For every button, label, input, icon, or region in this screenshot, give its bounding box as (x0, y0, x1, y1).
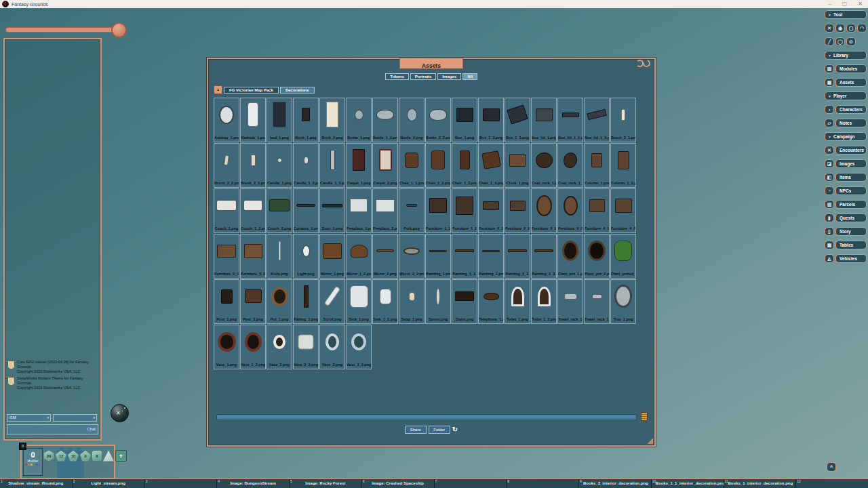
asset-tile[interactable]: Bottle_2.png (399, 98, 425, 142)
story-icon[interactable]: ▯ (825, 227, 834, 236)
pointer-circle-icon[interactable]: ◯ (835, 37, 845, 46)
asset-tile[interactable]: Painting_1_2. (452, 234, 477, 279)
asset-tile[interactable]: Toilet_1.png (505, 279, 530, 324)
pointer-orb-icon[interactable]: ✕ (111, 404, 129, 422)
taskbar-slot[interactable]: 6Image: Crashed Spaceship (361, 479, 434, 488)
sidebar-item-quests[interactable]: Quests (835, 214, 867, 222)
d100-die[interactable]: 0 (80, 451, 91, 462)
asset-tile[interactable]: Chair_1_4.png (478, 143, 504, 188)
sidebar-item-vehicles[interactable]: Vehicles (835, 254, 867, 263)
chat-input[interactable]: Chat (7, 424, 98, 434)
asset-tile[interactable]: Sink_1.png (346, 279, 372, 324)
asset-tile[interactable]: Painting_1.pn (425, 234, 451, 279)
sidebar-item-story[interactable]: Story (835, 227, 867, 236)
notes-icon[interactable]: ▱ (825, 119, 834, 127)
taskbar-slot[interactable]: 12 (795, 479, 868, 488)
asset-tile[interactable]: Furniture_5_2. (240, 234, 266, 279)
asset-tile[interactable]: Vase_1.png (214, 325, 239, 369)
die-color-dot[interactable] (36, 464, 38, 466)
asset-tile[interactable]: Column_1_2.p (610, 143, 636, 188)
pointer-line-icon[interactable]: ╱ (825, 37, 834, 46)
tables-icon[interactable]: ▦ (825, 241, 834, 249)
asset-tile[interactable]: Bathtub_1.pn (240, 98, 266, 142)
asset-tile[interactable]: Brush_2_3.png (240, 143, 266, 188)
asset-tile[interactable]: Furniture_2_1. (478, 188, 504, 233)
asset-tile[interactable]: Couch_2.png (267, 188, 292, 233)
asset-tile[interactable]: Mirror_1_2.pn (346, 234, 372, 279)
asset-tile[interactable]: Carpet_1.png (346, 143, 372, 188)
asset-tile[interactable]: Brush_2_1.png (610, 98, 636, 142)
asset-tile[interactable]: Column_1.png (584, 143, 610, 188)
asset-tile[interactable]: Furniture_2_2. (505, 188, 530, 233)
taskbar-slot[interactable]: 10Books_1_1_interior_decoration.png (651, 479, 724, 488)
asset-tile[interactable]: Vase_3_2.png (346, 325, 372, 369)
asset-tile[interactable]: Carpet_2.png (372, 143, 398, 188)
modifier-box[interactable]: 0 Modifier (23, 448, 43, 476)
modules-icon[interactable]: ▤ (825, 64, 834, 73)
npcs-icon[interactable]: ◔ (825, 186, 834, 195)
die-color-dot[interactable] (25, 464, 27, 466)
scrollbar-options-icon[interactable] (641, 412, 648, 421)
sidebar-item-images[interactable]: Images (835, 159, 867, 168)
sidebar-item-parcels[interactable]: Parcels (835, 200, 867, 209)
minimize-button[interactable]: – (828, 0, 831, 8)
assets-icon[interactable]: ▦ (825, 78, 834, 87)
asset-tile[interactable]: Ashtray_1.png (214, 98, 239, 142)
sidebar-item-modules[interactable]: Modules (835, 64, 867, 73)
asset-tile[interactable]: Chair_1_2.png (425, 143, 451, 188)
top-slider-knob[interactable] (111, 22, 127, 38)
asset-tile[interactable]: Fork.png (399, 188, 425, 233)
asset-tile[interactable]: Plant_potted_ (610, 234, 636, 279)
asset-tile[interactable]: Stairs.png (452, 279, 477, 324)
top-slider-track[interactable] (5, 27, 115, 33)
asset-tile[interactable]: Mirror_2_2.pn (399, 234, 425, 279)
die-color-dot[interactable] (28, 464, 30, 466)
asset-tile[interactable]: Chair_1_3.png (452, 143, 477, 188)
d12-die[interactable]: 12 (56, 451, 66, 462)
sidebar-item-characters[interactable]: Characters (835, 105, 867, 114)
asset-tile[interactable]: Scroll.png (319, 279, 345, 324)
asset-tile[interactable]: Towel_rack_1. (557, 279, 583, 324)
pointer-square-icon[interactable]: ▢ (846, 24, 856, 33)
asset-tile[interactable]: Vase_2.png (267, 325, 292, 369)
asset-tile[interactable]: Post_1.png (214, 279, 239, 324)
items-icon[interactable]: ◧ (825, 173, 834, 182)
taskbar-slot[interactable]: 8 (506, 479, 578, 488)
add-die-button[interactable]: + (115, 450, 127, 462)
asset-tile[interactable]: Furniture_4_1. (584, 188, 610, 233)
maximize-button[interactable]: ▢ (842, 0, 848, 8)
sidebar-header-tool[interactable]: ▼Tool (825, 10, 867, 19)
asset-tile[interactable]: Furniture_4_2. (610, 188, 636, 233)
asset-tile[interactable]: Tray_1.png (610, 279, 636, 324)
asset-tile[interactable]: Toilet_1_2.png (531, 279, 557, 324)
sidebar-header-campaign[interactable]: ▼Campaign (825, 132, 867, 141)
asset-tile[interactable]: Candle_1.png (267, 143, 292, 188)
asset-tile[interactable]: Furniture_1_1. (425, 188, 451, 233)
chat-identity-select[interactable]: GM (7, 414, 51, 422)
share-button[interactable]: Share (405, 426, 427, 434)
breadcrumb-group-button[interactable]: Decorations (280, 87, 315, 94)
taskbar-slot[interactable]: 11Books_1_interior_decoration.png (724, 479, 796, 488)
tab-all[interactable]: All (462, 73, 477, 80)
taskbar-slot[interactable]: 7 (434, 479, 507, 488)
asset-tile[interactable]: Railing_1.png (293, 279, 319, 324)
asset-tile[interactable]: Box_lid_1_2.pn (557, 98, 583, 142)
asset-tile[interactable]: Plant_pot_1.p (557, 234, 583, 279)
d20-die[interactable]: 20 (43, 451, 54, 462)
asset-tile[interactable]: Painting_2_3. (531, 234, 557, 279)
asset-tile[interactable]: bed_1.png (267, 98, 292, 142)
asset-tile[interactable]: Soap_1.png (399, 279, 425, 324)
d10-die[interactable]: 10 (68, 451, 79, 462)
pointer-cone-icon[interactable]: ◠ (857, 24, 867, 33)
asset-tile[interactable]: Mirror_2.png (372, 234, 398, 279)
taskbar-slot[interactable]: 2Light_stream.png (72, 479, 144, 488)
asset-tile[interactable]: Vase_1_2.png (240, 325, 266, 369)
asset-tile[interactable]: Bottle_2_2.pn (425, 98, 451, 142)
sidebar-header-player[interactable]: ▼Player (825, 92, 867, 100)
die-color-dot[interactable] (33, 464, 35, 466)
asset-tile[interactable]: Sink_1_2.png (372, 279, 398, 324)
pointer-delete-icon[interactable]: ✕ (825, 24, 834, 33)
sidebar-header-library[interactable]: ▼Library (825, 51, 867, 60)
asset-tile[interactable]: Coat_rack_1_2 (557, 143, 583, 188)
d4-die[interactable] (103, 451, 114, 462)
